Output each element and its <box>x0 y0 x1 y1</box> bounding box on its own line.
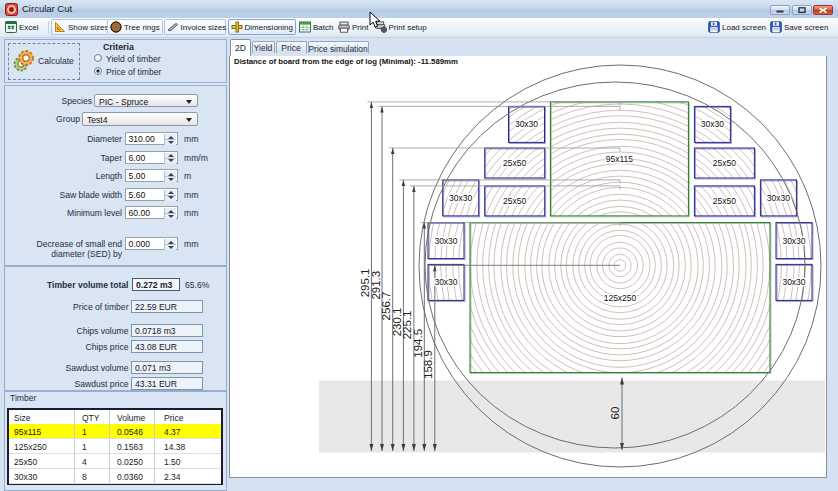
svg-text:30x30: 30x30 <box>782 236 805 246</box>
svg-text:30x30: 30x30 <box>701 119 724 129</box>
svg-text:125x250: 125x250 <box>604 293 637 303</box>
svg-text:30x30: 30x30 <box>434 277 457 287</box>
svg-text:25x50: 25x50 <box>713 196 736 206</box>
svg-text:30x30: 30x30 <box>767 193 790 203</box>
svg-text:30x30: 30x30 <box>434 236 457 246</box>
svg-text:25x50: 25x50 <box>713 158 736 168</box>
svg-text:30x30: 30x30 <box>515 119 538 129</box>
svg-text:25x50: 25x50 <box>503 196 526 206</box>
svg-text:25x50: 25x50 <box>503 158 526 168</box>
svg-text:Distance of board from the edg: Distance of board from the edge of log (… <box>234 57 458 66</box>
svg-text:158.9: 158.9 <box>422 350 434 379</box>
svg-text:30x30: 30x30 <box>449 193 472 203</box>
svg-text:30x30: 30x30 <box>782 277 805 287</box>
svg-text:60: 60 <box>609 407 621 420</box>
svg-text:95x115: 95x115 <box>606 154 634 164</box>
